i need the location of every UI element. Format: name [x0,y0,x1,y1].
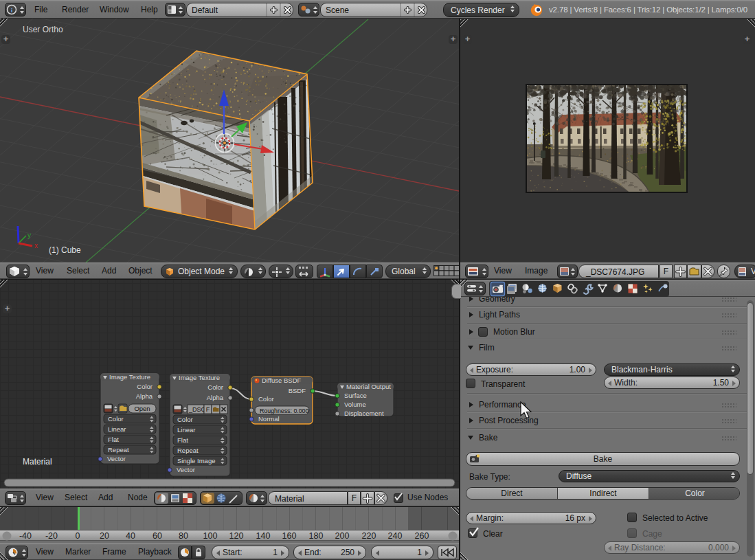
svg-text:Image Texture: Image Texture [109,373,150,381]
svg-text:Diffuse BSDF: Diffuse BSDF [262,377,302,384]
svg-text:200: 200 [335,531,350,541]
svg-text:Open: Open [134,405,150,412]
svg-text:220: 220 [362,531,376,541]
svg-text:Alpha: Alpha [207,394,224,401]
svg-text:140: 140 [256,531,271,541]
svg-text:Color: Color [108,415,124,423]
svg-text:240: 240 [388,531,403,541]
svg-text:Repeat: Repeat [108,446,129,453]
svg-text:i: i [11,7,13,14]
svg-text:Flat: Flat [108,436,119,443]
svg-text:40: 40 [126,531,135,541]
svg-text:Roughness: 0.000: Roughness: 0.000 [260,407,309,414]
svg-text:Color: Color [177,416,193,423]
svg-text:0: 0 [76,531,80,541]
svg-text:Linear: Linear [108,425,126,433]
svg-text:Repeat: Repeat [177,447,199,454]
svg-text:Surface: Surface [344,392,367,399]
svg-text:Single Image: Single Image [177,457,215,464]
svg-text:260: 260 [415,531,429,541]
svg-text:Displacement: Displacement [344,410,384,417]
svg-text:F: F [206,406,210,413]
svg-text:80: 80 [179,531,188,541]
svg-text:Vector: Vector [107,455,126,462]
svg-text:120: 120 [229,531,244,541]
svg-text:Color: Color [137,383,153,390]
svg-text:BSDF: BSDF [289,387,306,394]
svg-text:Color: Color [258,395,274,403]
svg-text:-20: -20 [45,531,58,541]
svg-text:y: y [27,232,31,239]
svg-text:160: 160 [282,531,297,541]
svg-text:Vector: Vector [177,466,195,473]
svg-text:_DSC: _DSC [188,406,206,413]
svg-text:x: x [34,242,38,249]
svg-text:Material Output: Material Output [346,383,391,390]
svg-text:60: 60 [153,531,162,541]
svg-text:Alpha: Alpha [136,392,153,400]
svg-text:Color: Color [207,383,223,391]
svg-text:Linear: Linear [177,426,195,434]
svg-text:Normal: Normal [258,415,280,423]
svg-text:100: 100 [203,531,218,541]
svg-text:180: 180 [309,531,324,541]
svg-text:-40: -40 [19,531,32,541]
svg-text:20: 20 [100,531,109,541]
svg-text:Image Texture: Image Texture [179,374,220,381]
svg-text:Volume: Volume [344,401,366,408]
svg-text:Flat: Flat [177,436,188,444]
